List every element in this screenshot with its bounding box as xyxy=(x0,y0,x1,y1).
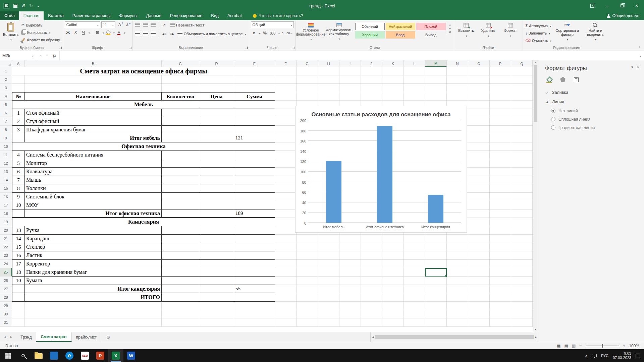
cell[interactable] xyxy=(162,209,199,218)
row-header-8[interactable]: 8 xyxy=(0,126,12,134)
row-header-26[interactable]: 26 xyxy=(0,277,12,285)
cell[interactable] xyxy=(318,235,339,243)
cell[interactable] xyxy=(468,293,490,302)
cell[interactable] xyxy=(361,310,382,318)
row-header-31[interactable]: 31 xyxy=(0,318,12,327)
item-sum-cell[interactable] xyxy=(234,243,275,251)
clipboard-dialog-launcher-icon[interactable] xyxy=(59,47,62,49)
cell[interactable] xyxy=(25,75,162,84)
item-qty-cell[interactable] xyxy=(162,193,199,201)
cell[interactable] xyxy=(447,302,468,310)
cell[interactable] xyxy=(361,302,382,310)
cell[interactable] xyxy=(361,84,382,92)
cell[interactable] xyxy=(275,184,297,193)
cell[interactable] xyxy=(361,318,382,327)
cell[interactable] xyxy=(25,302,162,310)
cell[interactable] xyxy=(490,176,511,184)
cell[interactable] xyxy=(511,193,533,201)
cell[interactable] xyxy=(318,67,339,75)
excel-app-icon[interactable] xyxy=(3,3,9,9)
cell[interactable] xyxy=(382,293,404,302)
cell[interactable] xyxy=(382,84,404,92)
cell[interactable] xyxy=(297,310,318,318)
table-header-cell[interactable]: № xyxy=(12,92,25,101)
cell[interactable] xyxy=(318,302,339,310)
cell[interactable] xyxy=(339,260,361,268)
italic-button[interactable]: К xyxy=(72,29,79,36)
item-name-cell[interactable]: Корректор xyxy=(25,260,162,268)
cell[interactable] xyxy=(12,285,25,293)
fill-color-dropdown-icon[interactable] xyxy=(113,31,115,35)
item-name-cell[interactable]: Стол офисный xyxy=(25,109,162,117)
conditional-formatting-button[interactable]: Условное форматирование xyxy=(298,21,324,42)
cell[interactable] xyxy=(468,142,490,151)
cell[interactable] xyxy=(162,293,199,302)
cell[interactable] xyxy=(275,293,297,302)
file-explorer-icon[interactable] xyxy=(31,349,46,362)
cell[interactable] xyxy=(275,75,297,84)
cell[interactable] xyxy=(511,151,533,159)
item-name-cell[interactable]: Бумага xyxy=(25,277,162,285)
cell[interactable] xyxy=(490,101,511,109)
total-sum-cell[interactable] xyxy=(234,293,275,302)
cell[interactable] xyxy=(468,235,490,243)
scroll-down-icon[interactable] xyxy=(535,328,536,331)
cell[interactable] xyxy=(275,126,297,134)
row-header-30[interactable]: 30 xyxy=(0,310,12,318)
merge-center-button[interactable]: Объединить и поместить в центре xyxy=(176,30,247,37)
scroll-right-icon[interactable] xyxy=(535,336,537,339)
fill-and-line-icon[interactable] xyxy=(546,76,553,83)
cell[interactable] xyxy=(404,235,425,243)
cell[interactable] xyxy=(275,176,297,184)
item-price-cell[interactable] xyxy=(199,251,234,260)
formula-bar-expand[interactable] xyxy=(637,51,644,60)
cell-style-good[interactable]: Хороший xyxy=(355,31,385,39)
item-sum-cell[interactable] xyxy=(234,235,275,243)
cell[interactable] xyxy=(511,84,533,92)
cell[interactable] xyxy=(12,302,25,310)
collapse-ribbon-icon[interactable] xyxy=(638,46,641,49)
cell[interactable] xyxy=(447,251,468,260)
action-center-icon[interactable] xyxy=(636,354,640,358)
cell[interactable] xyxy=(468,184,490,193)
gallery-down-icon[interactable] xyxy=(449,27,451,30)
total-sum-cell[interactable]: 189 xyxy=(234,209,275,218)
cell[interactable] xyxy=(468,176,490,184)
cell[interactable] xyxy=(511,235,533,243)
cell[interactable] xyxy=(361,243,382,251)
cell[interactable] xyxy=(511,75,533,84)
cell[interactable] xyxy=(275,209,297,218)
pane-dropdown-icon[interactable] xyxy=(631,65,633,69)
cell[interactable] xyxy=(199,293,234,302)
cell[interactable] xyxy=(511,226,533,235)
cell-style-bad[interactable]: Плохой xyxy=(416,23,446,30)
percent-format-button[interactable]: % xyxy=(262,30,268,37)
cell[interactable] xyxy=(361,277,382,285)
cell[interactable] xyxy=(490,235,511,243)
align-center-button[interactable] xyxy=(142,31,149,37)
cell[interactable] xyxy=(12,310,25,318)
cell[interactable] xyxy=(490,67,511,75)
normal-view-icon[interactable] xyxy=(557,344,560,348)
gallery-more-icon[interactable] xyxy=(449,31,451,34)
item-no-cell[interactable]: 2 xyxy=(12,117,25,126)
underline-dropdown-icon[interactable] xyxy=(88,31,90,35)
sheet-tab-trend[interactable]: Трэнд xyxy=(16,332,36,342)
cell[interactable] xyxy=(361,75,382,84)
cell[interactable] xyxy=(382,310,404,318)
format-painter-button[interactable]: Формат по образцу xyxy=(20,36,61,43)
cell[interactable] xyxy=(361,260,382,268)
cell[interactable] xyxy=(318,251,339,260)
cell[interactable] xyxy=(468,268,490,277)
cell[interactable] xyxy=(490,151,511,159)
cancel-entry-icon[interactable] xyxy=(40,54,42,58)
cell[interactable] xyxy=(339,277,361,285)
column-header-M[interactable]: M xyxy=(425,60,447,67)
cell[interactable] xyxy=(234,302,275,310)
cell[interactable] xyxy=(447,92,468,101)
cell[interactable] xyxy=(447,260,468,268)
item-name-cell[interactable]: МФУ xyxy=(25,201,162,209)
cell[interactable] xyxy=(199,84,234,92)
ribbon-tab-insert[interactable]: Вставка xyxy=(44,11,68,20)
cell[interactable] xyxy=(447,67,468,75)
